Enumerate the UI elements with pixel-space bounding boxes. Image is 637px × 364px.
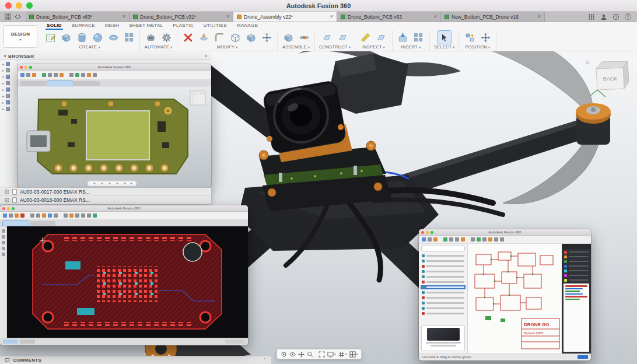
- offset-plane-button[interactable]: [336, 31, 349, 44]
- layer-row[interactable]: [562, 250, 591, 254]
- window-grid-icon[interactable]: [5, 13, 11, 20]
- remove-button[interactable]: [181, 31, 194, 44]
- create-sketch-button[interactable]: [44, 31, 57, 44]
- joint-button[interactable]: [298, 31, 310, 44]
- group-label-construct[interactable]: CONSTRUCT▾: [319, 44, 351, 50]
- list-item[interactable]: [421, 312, 466, 316]
- grid-settings-button[interactable]: ▾: [338, 351, 347, 358]
- construct-plane-button[interactable]: [320, 31, 333, 44]
- group-label-assemble[interactable]: ASSEMBLE▾: [282, 44, 310, 50]
- browser-panel-header[interactable]: ◂ BROWSER ×: [0, 52, 211, 60]
- tree-node[interactable]: ▾: [2, 75, 17, 79]
- tab-plastic[interactable]: PLASTIC: [172, 23, 194, 30]
- tree-node[interactable]: ▸: [2, 107, 17, 111]
- doc-tab-4[interactable]: Drone_Bottom_PCB v63 ×: [337, 12, 441, 22]
- new-component-button[interactable]: [282, 31, 295, 44]
- display-settings-button[interactable]: ▾: [327, 351, 336, 358]
- automate-button[interactable]: [144, 31, 157, 44]
- search-input[interactable]: [421, 246, 465, 251]
- group-label-create[interactable]: CREATE▾: [79, 44, 100, 50]
- traffic-lights-mini[interactable]: [20, 66, 32, 69]
- tree-node[interactable]: ▸: [2, 62, 17, 66]
- sheet-tab-active[interactable]: [3, 340, 18, 344]
- close-icon[interactable]: ×: [123, 14, 125, 19]
- close-icon[interactable]: ×: [330, 14, 333, 19]
- macos-titlebar[interactable]: Autodesk Fusion 360: [0, 0, 637, 12]
- mini-tab[interactable]: [20, 81, 46, 86]
- layout-titlebar[interactable]: Autodesk Fusion 360: [0, 205, 248, 212]
- primitive-box-button[interactable]: [60, 31, 72, 44]
- clock-history-icon[interactable]: [612, 13, 620, 20]
- pcb-layout-window[interactable]: Autodesk Fusion 360: [0, 205, 248, 345]
- motor-right[interactable]: [576, 103, 611, 145]
- mini-viewcube[interactable]: [190, 91, 205, 105]
- tree-node[interactable]: ▸: [2, 68, 17, 72]
- profile-icon[interactable]: [600, 13, 607, 20]
- list-item[interactable]: [421, 259, 466, 263]
- zoom-button[interactable]: [307, 351, 313, 358]
- press-pull-button[interactable]: [197, 31, 210, 44]
- close-icon[interactable]: ×: [538, 14, 541, 19]
- group-label-modify[interactable]: MODIFY▾: [217, 44, 237, 50]
- list-item[interactable]: [421, 296, 466, 300]
- mini-tab-active[interactable]: [3, 221, 29, 226]
- apps-grid-icon[interactable]: [588, 13, 595, 20]
- group-label-insert[interactable]: INSERT▾: [401, 44, 421, 50]
- zoom-control[interactable]: [225, 340, 245, 344]
- pcb3d-toolbar[interactable]: [18, 71, 211, 80]
- minimize-window-button[interactable]: [16, 2, 22, 9]
- traffic-lights-mini[interactable]: [421, 231, 433, 234]
- mini-tab[interactable]: [74, 81, 100, 86]
- layer-row[interactable]: [562, 255, 591, 258]
- list-item[interactable]: [421, 301, 466, 305]
- layers-panel-header[interactable]: [562, 244, 591, 249]
- tree-item-emax-2[interactable]: AU00-03-0018-000 EMAX RS...: [0, 196, 211, 204]
- insert-decal-button[interactable]: [412, 31, 425, 44]
- capture-position-button[interactable]: [479, 31, 492, 44]
- combine-button[interactable]: [244, 31, 257, 44]
- workspace-dropdown[interactable]: DESIGN ▾: [4, 25, 37, 48]
- chevron-left-icon[interactable]: ◂: [4, 54, 6, 58]
- properties-panel[interactable]: [564, 284, 589, 352]
- pan-button[interactable]: [298, 351, 304, 358]
- close-icon[interactable]: ×: [205, 54, 208, 59]
- tree-item-emax-1[interactable]: AU00-03-0017-000 EMAX RS...: [0, 188, 211, 196]
- close-icon[interactable]: ×: [434, 14, 437, 19]
- tab-surface[interactable]: SURFACE: [71, 23, 96, 30]
- insert-derive-button[interactable]: [397, 31, 410, 44]
- group-label-position[interactable]: POSITION▾: [466, 44, 490, 50]
- configure-button[interactable]: [160, 31, 173, 44]
- close-window-button[interactable]: [5, 2, 12, 9]
- list-item[interactable]: [421, 270, 466, 274]
- select-button[interactable]: [438, 31, 451, 44]
- fillet-button[interactable]: [213, 31, 226, 44]
- pcb-3d-canvas[interactable]: [18, 86, 211, 188]
- mini-tab[interactable]: [30, 221, 55, 226]
- pcb-3d-window[interactable]: Autodesk Fusion 360: [18, 64, 211, 188]
- visibility-eye-icon[interactable]: [5, 198, 9, 202]
- tab-manage[interactable]: MANAGE: [236, 23, 259, 30]
- doc-tab-5[interactable]: New_Bottom_PCB_Drone v16 ×: [441, 12, 545, 22]
- list-item[interactable]: [421, 254, 466, 258]
- pcb-board-outline[interactable]: [33, 235, 222, 329]
- nav-arrows-icon[interactable]: [15, 13, 21, 20]
- tab-utilities[interactable]: UTILITIES: [202, 23, 228, 30]
- list-item[interactable]: [421, 264, 466, 268]
- chevron-up-icon[interactable]: ⌃: [262, 358, 267, 363]
- viewports-button[interactable]: ▾: [349, 351, 358, 358]
- list-item[interactable]: [421, 290, 466, 295]
- visibility-eye-icon[interactable]: [5, 190, 9, 194]
- list-item[interactable]: [421, 280, 466, 284]
- status-action-button[interactable]: [578, 355, 588, 359]
- schematic-window[interactable]: Autodesk Fusion 360: [419, 229, 591, 360]
- help-icon[interactable]: ?: [625, 13, 631, 20]
- tree-node[interactable]: ▸: [2, 88, 17, 92]
- pcb3d-titlebar[interactable]: Autodesk Fusion 360: [18, 64, 211, 71]
- doc-tab-2[interactable]: Drone_Bottom_PCB v31* ×: [130, 12, 233, 22]
- move-copy-button[interactable]: [260, 31, 273, 44]
- fit-view-button[interactable]: [318, 351, 325, 358]
- list-item[interactable]: [421, 306, 466, 310]
- pcb-layout-canvas[interactable]: [7, 226, 248, 338]
- tab-solid[interactable]: SOLID: [46, 23, 63, 30]
- sphere-button[interactable]: [91, 31, 104, 44]
